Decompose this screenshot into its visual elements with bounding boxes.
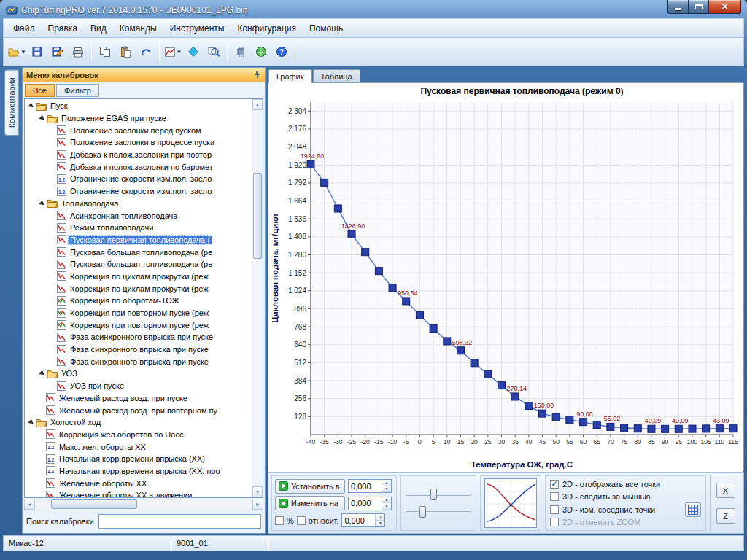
titlebar[interactable]: ChipTuningPRO ver.7.2014.0.1570 - UE0900…: [3, 2, 744, 18]
sidebar-tab-Фильтр[interactable]: Фильтр: [56, 84, 99, 97]
tree-item[interactable]: Коррекция при повторном пуске (реж: [25, 319, 252, 331]
option-checkbox[interactable]: [550, 505, 559, 514]
tree-item[interactable]: Пусковая большая топливоподача (ре: [25, 246, 252, 258]
scroll-up-icon[interactable]: ▲: [252, 99, 263, 110]
save-file-button[interactable]: [27, 42, 47, 62]
tree-item[interactable]: Пусковая первичная топливоподача (: [25, 234, 252, 246]
minimize-button[interactable]: [667, 0, 689, 14]
tree-item[interactable]: Желаемый расход возд. при повторном пу: [25, 404, 252, 416]
scale-slider[interactable]: [404, 508, 473, 516]
slider-thumb[interactable]: [430, 489, 437, 500]
table-grid-button[interactable]: [685, 502, 701, 517]
menu-item[interactable]: Помощь: [303, 20, 349, 36]
tree-item[interactable]: Коррекция по циклам прокрутки (реж: [25, 282, 252, 295]
tree-item[interactable]: Желаемый расход возд. при пуске: [25, 392, 252, 405]
slider-thumb[interactable]: [419, 506, 426, 518]
scroll-right-icon[interactable]: ►: [252, 499, 263, 510]
tree-item[interactable]: Коррекция по оборотам-ТОЖ: [25, 295, 252, 307]
menu-item[interactable]: Правка: [42, 20, 85, 36]
tree-folder[interactable]: Пуск: [25, 100, 252, 112]
tree-vertical-scrollbar[interactable]: ▲ ▼: [252, 99, 263, 497]
change-value-input[interactable]: [349, 497, 382, 510]
set-value-button[interactable]: Установить в: [275, 479, 345, 494]
relative-value-input[interactable]: [342, 514, 375, 526]
tree-item[interactable]: Коррекция по циклам прокрутки (реж: [25, 271, 252, 283]
tree-folder[interactable]: Холостой ход: [25, 416, 252, 429]
tree-item[interactable]: Желаемые обороты ХХ: [25, 477, 252, 489]
tree-item[interactable]: Добавка к полож.заслонки по баромет: [25, 160, 252, 173]
tree-item[interactable]: 1.2Макс. жел. обороты ХХ: [25, 440, 252, 453]
scroll-down-icon[interactable]: ▼: [252, 486, 263, 497]
paste-button[interactable]: [115, 42, 136, 62]
navigate-button[interactable]: [183, 42, 204, 62]
tab-Таблица[interactable]: Таблица: [313, 69, 360, 82]
tree-item[interactable]: Коррекция жел.оборотов по Uacc: [25, 429, 252, 441]
set-value-input[interactable]: [349, 480, 382, 492]
package-button[interactable]: [251, 42, 271, 62]
tree-item[interactable]: Пусковая большая топливоподача (ре: [25, 258, 252, 271]
tree-item[interactable]: 1.2Ограничение скорости изм.пол. засло: [25, 185, 252, 198]
menu-item[interactable]: Конфигурация: [231, 20, 303, 36]
dropdown-arrow-icon[interactable]: ▼: [177, 49, 182, 55]
scroll-left-icon[interactable]: ◄: [24, 499, 35, 510]
print-button[interactable]: [68, 42, 88, 62]
undo-button[interactable]: [136, 42, 156, 62]
tree-item[interactable]: Режим топливоподачи: [25, 222, 252, 234]
dropdown-arrow-icon[interactable]: ▼: [20, 49, 26, 55]
option-checkbox[interactable]: ✓: [550, 480, 559, 489]
tree-folder[interactable]: Положение EGAS при пуске: [25, 112, 252, 125]
scroll-thumb[interactable]: [51, 499, 137, 509]
comments-tab[interactable]: Комментарии: [4, 69, 19, 136]
copy-button[interactable]: [95, 42, 115, 62]
zoom-chart-button[interactable]: [204, 42, 224, 62]
spinner[interactable]: ▲▼: [375, 514, 384, 526]
tree-horizontal-scrollbar[interactable]: ◄ ►: [24, 499, 263, 510]
tree-item[interactable]: УОЗ при пуске: [25, 380, 252, 392]
tree-folder[interactable]: Топливоподача: [25, 198, 252, 210]
menu-item[interactable]: Команды: [113, 20, 163, 36]
tree-item[interactable]: Фаза асинхронного впрыска при пуске: [25, 331, 252, 343]
tab-График[interactable]: График: [268, 69, 312, 83]
chart-mode-button[interactable]: ▼: [163, 42, 183, 62]
menu-item[interactable]: Инструменты: [163, 20, 231, 36]
tree-item[interactable]: Асинхронная топливоподача: [25, 209, 252, 222]
tools-button[interactable]: [231, 42, 251, 62]
menu-item[interactable]: Вид: [84, 20, 113, 36]
expand-arrow-icon[interactable]: [39, 114, 47, 122]
percent-checkbox[interactable]: [275, 516, 284, 525]
tree-item[interactable]: Фаза синхронного впрыска при пуске: [25, 343, 252, 356]
expand-arrow-icon[interactable]: [28, 419, 36, 426]
tree-folder[interactable]: УОЗ: [25, 368, 252, 380]
tree-item[interactable]: Желаемые обороты ХХ в движении: [25, 489, 252, 497]
option-checkbox[interactable]: [550, 518, 559, 526]
calibration-search-input[interactable]: [98, 514, 261, 529]
maximize-button[interactable]: [689, 0, 708, 14]
open-file-button[interactable]: ▼: [7, 42, 27, 62]
spinner[interactable]: ▲▼: [382, 480, 391, 492]
expand-arrow-icon[interactable]: [39, 200, 47, 207]
tree-item[interactable]: Коррекция при повторном пуске (реж: [25, 307, 252, 319]
curve-preview[interactable]: [484, 478, 537, 528]
tree-item[interactable]: 1.2Начальная корр.времени впрыска (ХХ, п…: [25, 465, 252, 478]
sidebar-tab-Все[interactable]: Все: [25, 84, 55, 97]
relative-checkbox[interactable]: [297, 516, 306, 525]
save-as-button[interactable]: [47, 42, 68, 62]
axis-x-button[interactable]: X: [716, 483, 735, 498]
scroll-thumb[interactable]: [253, 173, 262, 259]
expand-arrow-icon[interactable]: [28, 102, 36, 109]
calibration-chart[interactable]: 1282563845126407688961 0241 1521 2801 40…: [268, 83, 743, 472]
spinner[interactable]: ▲▼: [382, 497, 391, 510]
pin-icon[interactable]: [253, 70, 261, 80]
change-value-button[interactable]: Изменить на: [275, 496, 345, 510]
axis-z-button[interactable]: Z: [716, 508, 735, 524]
smoothing-slider[interactable]: [404, 491, 473, 498]
help-button[interactable]: ?: [271, 42, 292, 62]
expand-arrow-icon[interactable]: [39, 370, 47, 377]
tree-item[interactable]: Фаза синхронного впрыска при пуске: [25, 355, 252, 368]
tree-item[interactable]: Положение заслонки перед пуском: [25, 124, 252, 136]
menu-item[interactable]: Файл: [7, 20, 42, 36]
tree-item[interactable]: Добавка к полож.заслонки при повтор: [25, 149, 252, 161]
tree-item[interactable]: 1.2Начальная корр.времени впрыска (ХХ): [25, 453, 252, 465]
tree-item[interactable]: 1.2Ограничение скорости изм.пол. засло: [25, 173, 252, 185]
tree-item[interactable]: Положение заслонки в процессе пуска: [25, 136, 252, 149]
